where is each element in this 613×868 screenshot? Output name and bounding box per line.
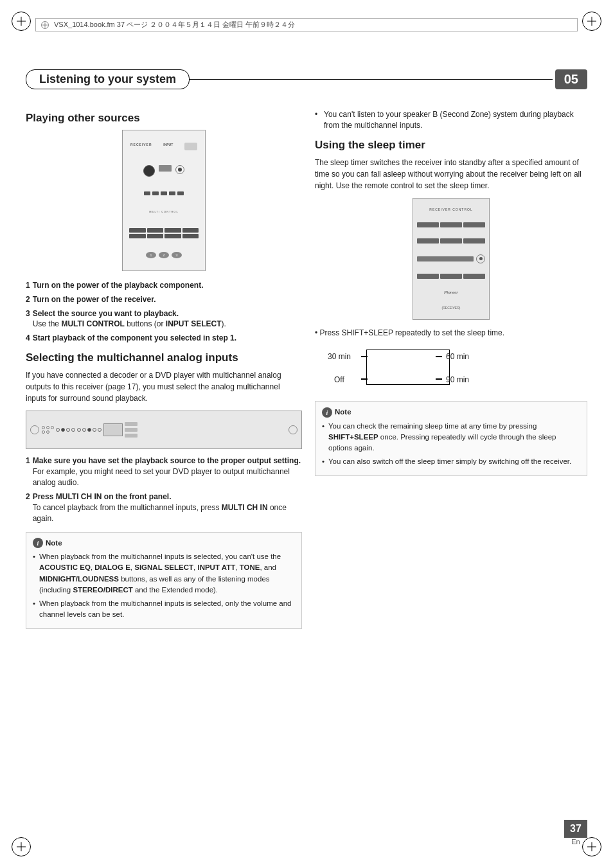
section-multichannel: Selecting the multichannel analog inputs… bbox=[26, 351, 302, 629]
sleep-label-off: Off bbox=[334, 375, 344, 384]
page-number-box: 37 En bbox=[564, 820, 587, 846]
sleep-description: The sleep timer switches the receiver in… bbox=[315, 157, 587, 191]
sleep-note-box: i Note You can check the remaining sleep… bbox=[315, 401, 587, 475]
remote-display bbox=[184, 143, 197, 150]
remote-right-btn-4 bbox=[417, 238, 439, 244]
remote-label-input: INPUT bbox=[163, 143, 173, 150]
note-bullet-1: When playback from the multichannel inpu… bbox=[33, 551, 295, 596]
panel-row bbox=[42, 422, 286, 438]
panel-dot-m4 bbox=[71, 428, 75, 432]
sleep-label-60: 60 min bbox=[446, 352, 469, 361]
remote-right-grid-3 bbox=[417, 274, 485, 279]
sleep-arrow-60 bbox=[436, 356, 442, 357]
remote-right-illustration: RECEIVER CONTROL bbox=[413, 198, 490, 320]
press-instruction: • Press SHIFT+SLEEP repeatedly to set th… bbox=[315, 328, 587, 339]
sleep-arrow-30 bbox=[361, 356, 368, 357]
remote-power-btn bbox=[143, 165, 155, 177]
section-title-text: Listening to your system bbox=[39, 73, 176, 85]
panel-btn-1 bbox=[125, 422, 138, 426]
crosshair-icon bbox=[41, 21, 49, 29]
remote-grid-btn-4 bbox=[182, 228, 199, 233]
remote-right-mid bbox=[417, 254, 485, 263]
remote-num-2: 2 bbox=[159, 252, 169, 258]
corner-mark-tl bbox=[12, 12, 31, 31]
chapter-badge: 05 bbox=[555, 69, 587, 89]
remote-btn-1 bbox=[144, 191, 150, 195]
front-panel-illustration bbox=[26, 411, 302, 449]
remote-illustration: RECEIVER INPUT bbox=[122, 130, 206, 271]
note-bullet-2: When playback from the multichannel inpu… bbox=[33, 598, 295, 621]
remote-right-grid-1 bbox=[417, 222, 485, 227]
sleep-note-bullet-1: You can check the remaining sleep time a… bbox=[322, 421, 580, 454]
panel-display bbox=[103, 423, 123, 436]
step-4-num: 4 bbox=[26, 333, 30, 344]
step-4-text: Start playback of the component you sele… bbox=[33, 333, 236, 344]
right-column: You can't listen to your speaker B (Seco… bbox=[315, 109, 587, 829]
step-3: 3 Select the source you want to playback… bbox=[26, 308, 302, 330]
remote-btn-4 bbox=[169, 191, 175, 195]
step-2: 2 Turn on the power of the receiver. bbox=[26, 294, 302, 305]
step-2-text: Turn on the power of the receiver. bbox=[33, 295, 156, 304]
remote-brand: Pioneer bbox=[444, 290, 458, 295]
panel-dot-r4 bbox=[93, 428, 96, 432]
section-title-box: Listening to your system bbox=[26, 69, 190, 89]
section-playing-other-sources: Playing other sources RECEIVER INPUT bbox=[26, 112, 302, 344]
multichannel-steps: 1 Make sure you have set the playback so… bbox=[26, 456, 302, 524]
page: VSX_1014.book.fm 37 ページ ２００４年５月１４日 金曜日 午… bbox=[0, 0, 613, 868]
panel-dots-mid bbox=[56, 428, 75, 432]
multichannel-note-title: i Note bbox=[33, 538, 295, 549]
note-icon: i bbox=[33, 538, 43, 548]
remote-number-row: 1 2 3 bbox=[146, 252, 182, 258]
step-3-num: 3 bbox=[26, 308, 30, 330]
step-1-text: Turn on the power of the playback compon… bbox=[33, 281, 204, 290]
panel-dot-m3 bbox=[66, 428, 70, 432]
multichannel-title: Selecting the multichannel analog inputs bbox=[26, 351, 302, 364]
panel-dot-r5 bbox=[98, 428, 102, 432]
remote-right-btn-6 bbox=[463, 238, 485, 244]
sleep-label-90: 90 min bbox=[446, 375, 469, 384]
remote-right-btn-8 bbox=[440, 274, 462, 279]
step-1-num: 1 bbox=[26, 280, 30, 291]
remote-small-btn bbox=[159, 165, 172, 172]
page-number: 37 bbox=[564, 820, 587, 838]
mc-step-1-num: 1 bbox=[26, 456, 30, 488]
panel-circle-left bbox=[30, 425, 39, 434]
remote-num-1: 1 bbox=[146, 252, 156, 258]
panel-dot-r2 bbox=[82, 428, 86, 432]
remote-btn-5 bbox=[177, 191, 184, 195]
mc-step-2-text: Press MULTI CH IN on the front panel.To … bbox=[33, 492, 302, 524]
multichannel-note-box: i Note When playback from the multichann… bbox=[26, 532, 302, 629]
panel-dot-3 bbox=[51, 426, 54, 429]
panel-dot-4 bbox=[42, 430, 45, 434]
panel-dot-m1 bbox=[56, 428, 60, 432]
remote-grid-btn-5 bbox=[129, 234, 146, 238]
panel-row-2 bbox=[42, 430, 54, 434]
panel-buttons bbox=[125, 422, 138, 438]
remote-right-receiver-label: (RECEIVER) bbox=[442, 306, 461, 310]
panel-dot-2 bbox=[46, 426, 49, 429]
mc-step-2: 2 Press MULTI CH IN on the front panel.T… bbox=[26, 492, 302, 524]
sleep-note-label: Note bbox=[335, 407, 351, 418]
sleep-arrow-90 bbox=[436, 378, 442, 380]
remote-btn-3 bbox=[161, 191, 167, 195]
remote-right-btn-1 bbox=[417, 222, 439, 227]
panel-dot-r1 bbox=[77, 428, 81, 432]
remote-right-btn-2 bbox=[440, 222, 462, 227]
remote-label-receiver: RECEIVER bbox=[130, 143, 152, 150]
top-note: You can't listen to your speaker B (Seco… bbox=[315, 109, 587, 131]
remote-right-nav bbox=[476, 254, 485, 263]
panel-dot-r3 bbox=[87, 428, 91, 432]
main-content: Playing other sources RECEIVER INPUT bbox=[26, 109, 587, 829]
panel-dot-1 bbox=[42, 426, 45, 429]
remote-nav-btn bbox=[175, 165, 184, 174]
playing-steps: 1 Turn on the power of the playback comp… bbox=[26, 280, 302, 344]
page-en-label: En bbox=[571, 838, 580, 846]
panel-dot-5 bbox=[46, 430, 49, 434]
left-column: Playing other sources RECEIVER INPUT bbox=[26, 109, 302, 829]
remote-grid-btn-3 bbox=[164, 228, 181, 233]
remote-top-buttons bbox=[143, 165, 184, 177]
remote-multi-label: MULTI CONTROL bbox=[149, 210, 178, 213]
remote-btn-2 bbox=[152, 191, 159, 195]
remote-right-grid-2 bbox=[417, 238, 485, 244]
file-info-bar: VSX_1014.book.fm 37 ページ ２００４年５月１４日 金曜日 午… bbox=[35, 18, 578, 31]
